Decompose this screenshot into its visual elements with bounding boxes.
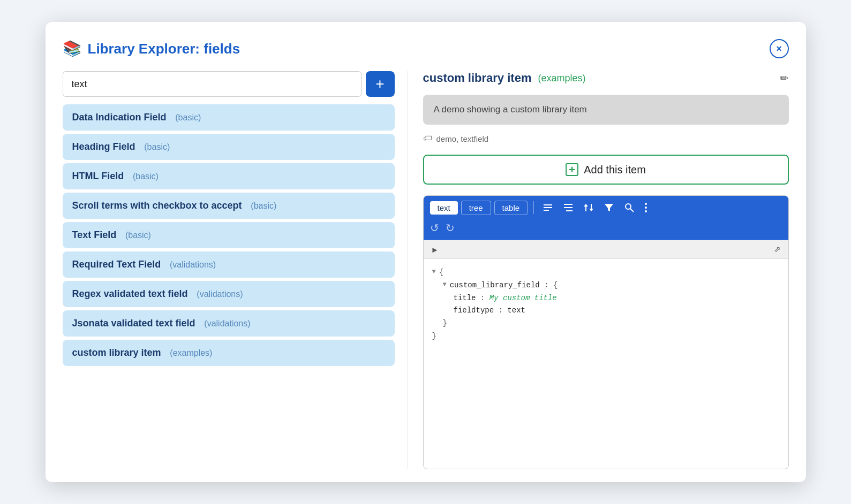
list-item[interactable]: custom library item (examples) <box>63 340 395 366</box>
svg-rect-4 <box>564 207 573 208</box>
svg-line-7 <box>630 209 634 212</box>
list-item[interactable]: Heading Field (basic) <box>63 134 395 160</box>
list-item[interactable]: HTML Field (basic) <box>63 163 395 189</box>
more-button[interactable] <box>641 200 651 215</box>
json-line-2: title : My custom title <box>432 292 780 305</box>
modal-header: 📚 Library Explorer: fields × <box>63 39 789 58</box>
add-item-label: Add this item <box>584 164 646 176</box>
filter-button[interactable] <box>600 200 617 215</box>
tags-row: 🏷 demo, textfield <box>423 133 789 144</box>
json-toolbar-row2: ↺ ↻ <box>424 219 788 240</box>
json-key-fieldtype: fieldtype <box>454 304 494 317</box>
plus-icon: + <box>566 163 578 176</box>
library-icon: 📚 <box>63 41 81 56</box>
json-path-indicator: ► <box>431 245 439 254</box>
edit-icon[interactable]: ✏ <box>780 72 789 85</box>
item-category: (basic) <box>251 201 276 211</box>
detail-title-row: custom library item (examples) <box>423 71 586 85</box>
sort-button[interactable] <box>580 200 597 215</box>
modal-body: + Data Indication Field (basic)Heading F… <box>63 71 789 469</box>
item-name: Regex validated text field <box>72 288 188 300</box>
svg-point-9 <box>645 207 647 209</box>
tags-icon: 🏷 <box>423 133 432 144</box>
detail-header: custom library item (examples) ✏ <box>423 71 789 85</box>
item-name: Heading Field <box>72 141 135 152</box>
json-line-3: fieldtype : text <box>432 304 780 317</box>
list-item[interactable]: Jsonata validated text field (validation… <box>63 310 395 337</box>
list-item[interactable]: Text Field (basic) <box>63 222 395 248</box>
json-path-bar: ► ⇗ <box>424 240 788 259</box>
json-line-0: ▼ { <box>432 266 780 279</box>
item-category: (validations) <box>204 319 250 329</box>
field-list: Data Indication Field (basic)Heading Fie… <box>63 104 395 366</box>
json-line-1: ▼ custom_library_field : { <box>432 279 780 292</box>
item-category: (validations) <box>170 260 216 270</box>
item-category: (basic) <box>133 172 159 181</box>
item-name: custom library item <box>72 347 161 358</box>
json-val-fieldtype: text <box>507 304 525 317</box>
svg-rect-2 <box>544 210 549 211</box>
left-panel: + Data Indication Field (basic)Heading F… <box>63 71 395 469</box>
right-panel: custom library item (examples) ✏ A demo … <box>408 71 789 469</box>
svg-rect-5 <box>566 210 573 211</box>
list-item[interactable]: Data Indication Field (basic) <box>63 104 395 131</box>
tags-text: demo, textfield <box>436 134 489 143</box>
detail-category: (examples) <box>538 73 585 84</box>
item-category: (basic) <box>175 113 201 123</box>
search-input[interactable] <box>63 71 362 97</box>
json-key-custom: custom_library_field <box>450 279 540 292</box>
item-category: (basic) <box>144 142 170 152</box>
json-viewer: text tree table <box>423 195 789 469</box>
tab-text[interactable]: text <box>430 201 458 215</box>
item-name: Data Indication Field <box>72 112 167 123</box>
list-item[interactable]: Regex validated text field (validations) <box>63 281 395 307</box>
modal-title: Library Explorer: fields <box>88 41 240 57</box>
json-collapse-obj[interactable]: ▼ <box>443 279 447 290</box>
toolbar-separator <box>533 201 534 214</box>
item-name: Jsonata validated text field <box>72 318 195 329</box>
add-button[interactable]: + <box>366 71 395 97</box>
item-name: Required Text Field <box>72 259 161 270</box>
close-button[interactable]: × <box>770 39 789 58</box>
item-name: HTML Field <box>72 171 124 182</box>
tab-table[interactable]: table <box>494 201 528 215</box>
list-item[interactable]: Required Text Field (validations) <box>63 251 395 278</box>
svg-rect-0 <box>544 204 552 205</box>
detail-title: custom library item <box>423 71 532 85</box>
item-name: Scroll terms with checkbox to accept <box>72 200 242 211</box>
search-row: + <box>63 71 395 97</box>
list-item[interactable]: Scroll terms with checkbox to accept (ba… <box>63 193 395 219</box>
svg-point-10 <box>645 210 647 212</box>
item-category: (examples) <box>170 348 212 358</box>
item-category: (basic) <box>125 231 151 240</box>
json-key-title: title <box>454 292 476 305</box>
add-item-button[interactable]: + Add this item <box>423 155 789 185</box>
description-box: A demo showing a custom library item <box>423 95 789 125</box>
json-toolbar: text tree table <box>424 196 788 219</box>
redo-button[interactable]: ↻ <box>446 222 455 234</box>
library-explorer-modal: 📚 Library Explorer: fields × + Data Indi… <box>46 22 806 482</box>
svg-rect-3 <box>564 204 573 205</box>
json-external-icon[interactable]: ⇗ <box>774 245 781 254</box>
json-line-4: } <box>432 317 780 330</box>
svg-rect-1 <box>544 207 552 208</box>
json-line-5: } <box>432 330 780 343</box>
undo-button[interactable]: ↺ <box>430 222 439 234</box>
json-content: ▼ { ▼ custom_library_field : { title : M… <box>424 259 788 350</box>
json-collapse-root[interactable]: ▼ <box>432 266 436 277</box>
svg-point-6 <box>626 204 631 209</box>
tab-tree[interactable]: tree <box>461 201 491 215</box>
json-val-title: My custom title <box>489 292 557 305</box>
item-name: Text Field <box>72 230 117 241</box>
item-category: (validations) <box>197 289 243 299</box>
title-row: 📚 Library Explorer: fields <box>63 41 240 57</box>
search-button[interactable] <box>621 200 638 215</box>
expand-all-button[interactable] <box>539 200 556 215</box>
svg-point-8 <box>645 203 647 205</box>
json-brace-open: { <box>439 266 443 279</box>
collapse-all-button[interactable] <box>560 200 577 215</box>
